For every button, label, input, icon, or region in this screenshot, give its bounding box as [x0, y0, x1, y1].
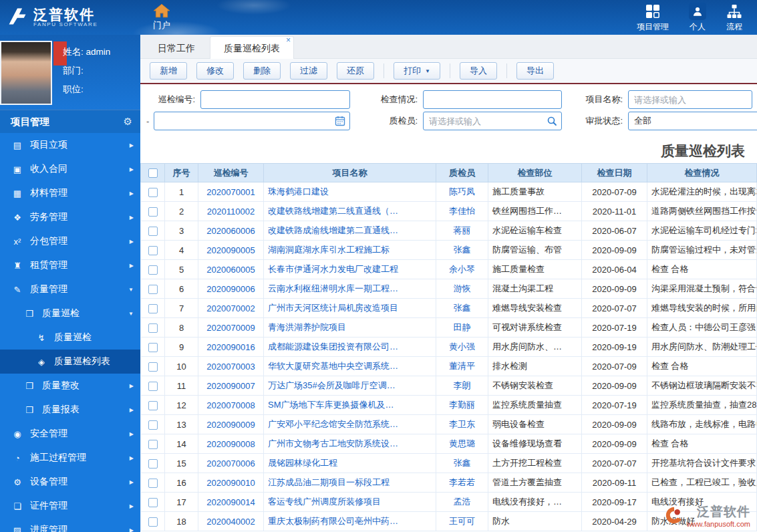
filter-button[interactable]: 过滤	[290, 62, 327, 80]
row-checkbox[interactable]	[148, 285, 158, 294]
row-checkbox[interactable]	[148, 517, 158, 527]
inspector-link[interactable]: 孟浩	[436, 493, 488, 512]
approval-status-select[interactable]	[628, 112, 757, 130]
inspection-code-link[interactable]: 2020090010	[198, 473, 264, 493]
inspector-link[interactable]: 李佳怡	[436, 202, 488, 221]
inspector-link[interactable]: 张鑫	[436, 241, 488, 260]
inspection-code-link[interactable]: 2020060006	[198, 221, 264, 241]
inspector-link[interactable]: 蒋丽	[436, 221, 488, 241]
print-button[interactable]: 打印▼	[394, 62, 440, 80]
sidebar-item-progress-management[interactable]: ▨进度管理▶	[0, 518, 140, 532]
add-button[interactable]: 新增	[150, 62, 187, 80]
inspection-code-link[interactable]: 2020070002	[198, 299, 264, 318]
restore-button[interactable]: 还原	[337, 62, 374, 80]
project-name-link[interactable]: 珠海鹤港口建设	[264, 182, 436, 202]
row-checkbox[interactable]	[148, 207, 158, 217]
inspection-code-link[interactable]: 2020090009	[198, 415, 264, 434]
project-name-link[interactable]: 华软大厦研究基地中央空调系统…	[264, 357, 436, 376]
inspection-code-link[interactable]: 2020070008	[198, 396, 264, 415]
project-name-link[interactable]: 万达广场35#会所及咖啡厅空调…	[264, 376, 436, 396]
project-name-link[interactable]: 重庆太极制药有限公司亳州中药…	[264, 512, 436, 531]
project-name-link[interactable]: 江苏成品油二期项目一标段工程	[264, 473, 436, 493]
sidebar-item-safety-management[interactable]: ◉安全管理▶	[0, 422, 140, 446]
inspection-code-link[interactable]: 2020090007	[198, 376, 264, 396]
inspection-code-link[interactable]: 2020040002	[198, 512, 264, 531]
sidebar-item-subcontract-management[interactable]: x²分包管理▶	[0, 229, 140, 253]
inspection-code-link[interactable]: 2020070001	[198, 182, 264, 202]
inspection-code-link[interactable]: 2020070003	[198, 357, 264, 376]
sidebar-item-material-management[interactable]: ▦材料管理▶	[0, 181, 140, 205]
import-button[interactable]: 导入	[460, 62, 497, 80]
project-name-link[interactable]: 晟铭园林绿化工程	[264, 454, 436, 473]
row-checkbox[interactable]	[148, 265, 158, 275]
inspector-link[interactable]: 李若若	[436, 473, 488, 493]
project-name-link[interactable]: 广州市文物考古工地安防系统设…	[264, 434, 436, 454]
row-checkbox[interactable]	[148, 343, 158, 352]
inspector-link[interactable]: 余小琴	[436, 260, 488, 279]
inspector-link[interactable]: 李朗	[436, 376, 488, 396]
inspection-code-link[interactable]: 2020090014	[198, 493, 264, 512]
nav-project-management[interactable]: 项目管理	[637, 3, 669, 33]
check-status-input[interactable]	[423, 90, 562, 109]
row-checkbox[interactable]	[148, 420, 158, 430]
row-checkbox[interactable]	[148, 479, 158, 488]
project-name-link[interactable]: 改建铁路线增建第二线直通线（…	[264, 202, 436, 221]
project-name-link[interactable]: 湖南洞庭湖水库引水工程施工标	[264, 241, 436, 260]
sidebar-item-lease-management[interactable]: ♜租赁管理▶	[0, 253, 140, 277]
sidebar-item-income-contract[interactable]: ▣收入合同▶	[0, 157, 140, 181]
project-name-link[interactable]: 改建铁路成渝线增建第二直通线…	[264, 221, 436, 241]
gear-icon[interactable]: ⚙	[124, 116, 132, 128]
sidebar-item-labor-management[interactable]: ❖劳务管理▶	[0, 205, 140, 229]
inspection-code-link[interactable]: 2020070006	[198, 454, 264, 473]
project-name-link[interactable]: 长春市伊通河水力发电厂改建工程	[264, 260, 436, 279]
inspection-code-link[interactable]: 2020090006	[198, 279, 264, 299]
row-checkbox[interactable]	[148, 323, 158, 333]
row-checkbox[interactable]	[148, 459, 158, 469]
project-name-input[interactable]	[628, 90, 752, 109]
portal-tab[interactable]: 门户	[144, 3, 179, 31]
sidebar-item-quality-management[interactable]: ✎质量管理▼	[0, 277, 140, 301]
search-icon[interactable]	[547, 116, 557, 126]
inspector-link[interactable]: 黄思璐	[436, 434, 488, 454]
inspection-code-link[interactable]: 2020090005	[198, 241, 264, 260]
sidebar-item-equipment-management[interactable]: ⚙设备管理▶	[0, 470, 140, 494]
row-checkbox[interactable]	[148, 188, 158, 197]
sidebar-item-certificate-management[interactable]: ❏证件管理▶	[0, 494, 140, 518]
row-checkbox[interactable]	[148, 227, 158, 236]
sidebar-item-construction-process-management[interactable]: ◔施工过程管理▶	[0, 446, 140, 470]
select-all-checkbox[interactable]	[148, 168, 158, 178]
inspection-code-link[interactable]: 2020110002	[198, 202, 264, 221]
project-name-link[interactable]: 青海洪湖养护院项目	[264, 318, 436, 338]
inspection-code-link[interactable]: 2020090016	[198, 338, 264, 357]
inspector-link[interactable]: 田静	[436, 318, 488, 338]
sidebar-item-quality-report[interactable]: ❒质量报表▶	[0, 398, 140, 422]
project-name-link[interactable]: 广州市天河区统计局机房改造项目	[264, 299, 436, 318]
row-checkbox[interactable]	[148, 498, 158, 507]
nav-personal[interactable]: 个人	[689, 3, 706, 33]
export-button[interactable]: 导出	[516, 62, 554, 80]
inspection-code-link[interactable]: 2020090008	[198, 434, 264, 454]
row-checkbox[interactable]	[148, 246, 158, 255]
sidebar-item-quality-inspection-list[interactable]: ◈质量巡检列表	[0, 350, 140, 374]
row-checkbox[interactable]	[148, 382, 158, 391]
inspector-link[interactable]: 游恢	[436, 279, 488, 299]
nav-workflow[interactable]: 流程	[726, 3, 742, 33]
tab-daily-work[interactable]: 日常工作	[144, 38, 208, 58]
row-checkbox[interactable]	[148, 304, 158, 313]
inspector-link[interactable]: 董清平	[436, 357, 488, 376]
row-checkbox[interactable]	[148, 362, 158, 372]
sidebar-item-quality-inspection[interactable]: ↯质量巡检	[0, 325, 140, 350]
sidebar-item-project-initiation[interactable]: ▤项目立项▶	[0, 133, 140, 157]
inspector-link[interactable]: 李卫东	[436, 415, 488, 434]
delete-button[interactable]: 删除	[243, 62, 281, 80]
inspector-link[interactable]: 王可可	[436, 512, 488, 531]
row-checkbox[interactable]	[148, 401, 158, 410]
inspector-link[interactable]: 陈巧凤	[436, 182, 488, 202]
inspector-link[interactable]: 李勤丽	[436, 396, 488, 415]
inspection-code-link[interactable]: 2020060005	[198, 260, 264, 279]
row-checkbox[interactable]	[148, 440, 158, 449]
inspector-link[interactable]: 张鑫	[436, 454, 488, 473]
project-name-link[interactable]: 成都能源建设集团投资有限公司…	[264, 338, 436, 357]
sidebar-item-quality-inspection-folder[interactable]: ❒质量巡检▼	[0, 301, 140, 325]
edit-button[interactable]: 修改	[196, 62, 234, 80]
